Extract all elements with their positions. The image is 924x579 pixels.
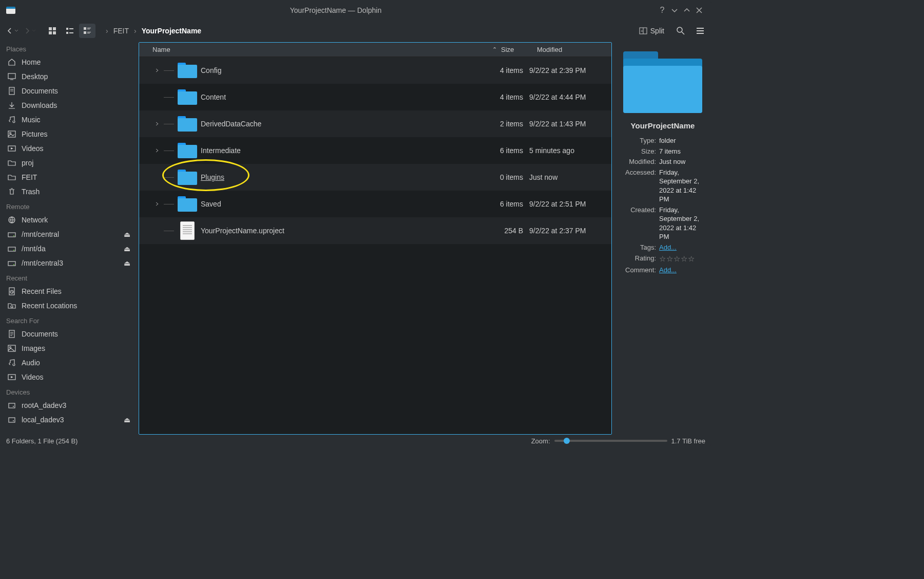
videos-s-icon bbox=[7, 372, 16, 382]
sidebar-item-label: Desktop bbox=[22, 72, 48, 81]
info-label: Modified: bbox=[619, 157, 659, 166]
eject-icon[interactable]: ⏏ bbox=[124, 230, 130, 238]
svg-rect-36 bbox=[8, 262, 15, 266]
recentfiles-icon bbox=[7, 287, 16, 296]
file-row[interactable]: YourProjectName.uproject 254 B 9/2/22 at… bbox=[139, 217, 611, 244]
expand-toggle[interactable] bbox=[139, 148, 162, 153]
file-row[interactable]: Plugins 0 items Just now bbox=[139, 164, 611, 191]
expand-toggle[interactable] bbox=[139, 201, 162, 207]
sidebar-item[interactable]: local_dadev3⏏ bbox=[2, 413, 136, 427]
svg-rect-28 bbox=[8, 131, 15, 137]
sidebar-section-header: Remote bbox=[2, 199, 136, 213]
folder-preview-icon bbox=[623, 51, 702, 113]
icons-view-button[interactable] bbox=[44, 24, 61, 38]
search-button[interactable] bbox=[673, 24, 688, 38]
eject-icon[interactable]: ⏏ bbox=[124, 416, 130, 424]
svg-rect-50 bbox=[9, 418, 15, 422]
file-row[interactable]: Saved 6 items 9/2/22 at 2:51 PM bbox=[139, 191, 611, 217]
file-name: YourProjectName.uproject bbox=[201, 227, 493, 235]
sidebar-item[interactable]: Network bbox=[2, 213, 136, 227]
sidebar-item[interactable]: /mnt/central3⏏ bbox=[2, 256, 136, 270]
chevron-right-icon: › bbox=[106, 27, 108, 35]
svg-rect-11 bbox=[84, 31, 86, 34]
info-value: ☆☆☆☆☆ bbox=[659, 254, 706, 264]
file-size: 254 B bbox=[493, 227, 529, 235]
sidebar-item[interactable]: Videos bbox=[2, 141, 136, 156]
eject-icon[interactable]: ⏏ bbox=[124, 245, 130, 253]
sidebar-item[interactable]: Music bbox=[2, 113, 136, 127]
close-icon[interactable] bbox=[693, 4, 705, 16]
breadcrumb[interactable]: › FEIT › YourProjectName bbox=[106, 27, 633, 35]
status-summary: 6 Folders, 1 File (254 B) bbox=[6, 437, 78, 445]
documents-icon bbox=[7, 86, 16, 96]
zoom-slider[interactable] bbox=[554, 440, 667, 442]
maximize-icon[interactable] bbox=[681, 4, 693, 16]
sidebar-item[interactable]: rootA_dadev3 bbox=[2, 398, 136, 413]
info-value[interactable]: Add... bbox=[659, 266, 706, 275]
sidebar-item-label: Recent Locations bbox=[22, 302, 77, 310]
sidebar-item[interactable]: Documents bbox=[2, 327, 136, 341]
svg-rect-48 bbox=[9, 403, 15, 408]
sidebar-item[interactable]: /mnt/central⏏ bbox=[2, 227, 136, 241]
trash-icon bbox=[7, 187, 16, 196]
sidebar-item[interactable]: Home bbox=[2, 55, 136, 69]
window-title: YourProjectName — Dolphin bbox=[15, 6, 656, 14]
info-label: Tags: bbox=[619, 243, 659, 252]
column-name[interactable]: Name⌃ bbox=[149, 46, 501, 53]
sidebar-item[interactable]: Downloads bbox=[2, 98, 136, 113]
sidebar-item-label: Documents bbox=[22, 330, 58, 338]
file-modified: 9/2/22 at 2:51 PM bbox=[529, 200, 611, 208]
sidebar-item[interactable]: /mnt/da⏏ bbox=[2, 241, 136, 256]
menu-button[interactable] bbox=[693, 24, 707, 38]
breadcrumb-item[interactable]: FEIT bbox=[113, 27, 129, 35]
file-row[interactable]: DerivedDataCache 2 items 9/2/22 at 1:43 … bbox=[139, 110, 611, 137]
info-label: Comment: bbox=[619, 266, 659, 275]
music-icon bbox=[7, 115, 16, 124]
info-label: Rating: bbox=[619, 254, 659, 264]
svg-point-46 bbox=[10, 347, 11, 348]
sidebar-item[interactable]: Recent Locations bbox=[2, 298, 136, 313]
info-value[interactable]: Add... bbox=[659, 243, 706, 252]
sidebar-item[interactable]: Desktop bbox=[2, 69, 136, 84]
sidebar-item[interactable]: Images bbox=[2, 341, 136, 356]
sidebar-item[interactable]: proj bbox=[2, 156, 136, 170]
file-row[interactable]: Content 4 items 9/2/22 at 4:44 PM bbox=[139, 84, 611, 110]
help-icon[interactable]: ? bbox=[656, 4, 668, 16]
column-headers: Name⌃ Size Modified bbox=[139, 43, 611, 57]
sidebar-item[interactable]: Recent Files bbox=[2, 284, 136, 298]
svg-rect-5 bbox=[69, 28, 73, 29]
expand-toggle[interactable] bbox=[139, 68, 162, 73]
details-view-button[interactable] bbox=[79, 24, 95, 38]
file-modified: 9/2/22 at 2:39 PM bbox=[529, 66, 611, 74]
info-row: Modified:Just now bbox=[619, 157, 706, 166]
info-row: Accessed:Friday, September 2, 2022 at 1:… bbox=[619, 168, 706, 204]
downloads-icon bbox=[7, 101, 16, 110]
file-row[interactable]: Config 4 items 9/2/22 at 2:39 PM bbox=[139, 57, 611, 84]
info-value: Friday, September 2, 2022 at 1:42 PM bbox=[659, 206, 706, 241]
svg-text:+: + bbox=[641, 29, 643, 33]
eject-icon[interactable]: ⏏ bbox=[124, 259, 130, 267]
back-button[interactable] bbox=[4, 24, 21, 38]
info-row: Comment:Add... bbox=[619, 266, 706, 275]
column-size[interactable]: Size bbox=[501, 46, 537, 53]
sidebar-item-label: proj bbox=[22, 159, 33, 167]
split-button[interactable]: + Split bbox=[635, 25, 668, 37]
drive-icon bbox=[7, 258, 16, 268]
sidebar-item[interactable]: FEIT bbox=[2, 170, 136, 184]
compact-view-button[interactable] bbox=[62, 24, 78, 38]
column-modified[interactable]: Modified bbox=[537, 46, 611, 53]
forward-button[interactable] bbox=[22, 24, 38, 38]
sidebar-item[interactable]: Audio bbox=[2, 356, 136, 370]
file-row[interactable]: Intermediate 6 items 5 minutes ago bbox=[139, 137, 611, 164]
sidebar-item[interactable]: Videos bbox=[2, 370, 136, 384]
breadcrumb-item-current[interactable]: YourProjectName bbox=[142, 27, 201, 35]
sidebar-item[interactable]: Documents bbox=[2, 84, 136, 98]
sidebar-item[interactable]: Pictures bbox=[2, 127, 136, 141]
file-list[interactable]: Config 4 items 9/2/22 at 2:39 PM Content… bbox=[139, 57, 611, 434]
sidebar-item[interactable]: Trash bbox=[2, 184, 136, 199]
svg-rect-0 bbox=[49, 27, 52, 30]
file-size: 6 items bbox=[493, 200, 529, 208]
sidebar-item-label: /mnt/central3 bbox=[22, 259, 63, 267]
expand-toggle[interactable] bbox=[139, 121, 162, 126]
minimize-icon[interactable] bbox=[668, 4, 681, 16]
